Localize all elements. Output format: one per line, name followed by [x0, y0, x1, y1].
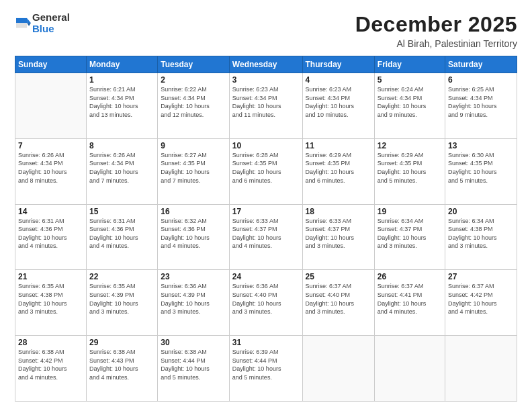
calendar-cell: 30Sunrise: 6:38 AM Sunset: 4:44 PM Dayli…: [158, 336, 230, 402]
title-block: December 2025 Al Birah, Palestinian Terr…: [355, 12, 517, 49]
calendar-cell: 1Sunrise: 6:21 AM Sunset: 4:34 PM Daylig…: [87, 73, 158, 139]
day-info: Sunrise: 6:33 AM Sunset: 4:37 PM Dayligh…: [306, 217, 371, 250]
day-info: Sunrise: 6:28 AM Sunset: 4:35 PM Dayligh…: [232, 151, 300, 185]
day-info: Sunrise: 6:21 AM Sunset: 4:34 PM Dayligh…: [89, 85, 154, 119]
calendar-page: General Blue December 2025 Al Birah, Pal…: [0, 0, 532, 411]
calendar-cell: 13Sunrise: 6:30 AM Sunset: 4:35 PM Dayli…: [445, 138, 517, 204]
day-info: Sunrise: 6:26 AM Sunset: 4:34 PM Dayligh…: [18, 151, 83, 185]
day-number: 19: [378, 207, 442, 216]
calendar-cell: 8Sunrise: 6:26 AM Sunset: 4:34 PM Daylig…: [87, 138, 158, 204]
calendar-cell: 24Sunrise: 6:36 AM Sunset: 4:40 PM Dayli…: [229, 270, 302, 336]
day-number: 31: [232, 338, 300, 347]
calendar-cell: 28Sunrise: 6:38 AM Sunset: 4:42 PM Dayli…: [15, 336, 87, 402]
svg-marker-1: [27, 23, 31, 26]
day-info: Sunrise: 6:23 AM Sunset: 4:34 PM Dayligh…: [232, 85, 300, 119]
calendar-cell: 31Sunrise: 6:39 AM Sunset: 4:44 PM Dayli…: [229, 336, 302, 402]
calendar-cell: 9Sunrise: 6:27 AM Sunset: 4:35 PM Daylig…: [158, 138, 230, 204]
day-number: 8: [89, 141, 154, 150]
day-info: Sunrise: 6:37 AM Sunset: 4:42 PM Dayligh…: [448, 282, 514, 316]
day-number: 22: [89, 272, 154, 281]
day-info: Sunrise: 6:26 AM Sunset: 4:34 PM Dayligh…: [89, 151, 154, 185]
day-info: Sunrise: 6:29 AM Sunset: 4:35 PM Dayligh…: [306, 151, 371, 185]
header-saturday: Saturday: [445, 56, 517, 73]
calendar-cell: 11Sunrise: 6:29 AM Sunset: 4:35 PM Dayli…: [302, 138, 374, 204]
calendar-cell: 10Sunrise: 6:28 AM Sunset: 4:35 PM Dayli…: [229, 138, 302, 204]
day-info: Sunrise: 6:38 AM Sunset: 4:44 PM Dayligh…: [161, 348, 226, 381]
day-info: Sunrise: 6:22 AM Sunset: 4:34 PM Dayligh…: [161, 85, 226, 119]
day-number: 20: [448, 207, 514, 216]
day-number: 16: [161, 207, 226, 216]
calendar-cell: 19Sunrise: 6:34 AM Sunset: 4:37 PM Dayli…: [374, 204, 445, 270]
day-info: Sunrise: 6:39 AM Sunset: 4:44 PM Dayligh…: [232, 348, 300, 381]
day-number: 2: [161, 75, 226, 85]
calendar-header-row: Sunday Monday Tuesday Wednesday Thursday…: [15, 56, 517, 73]
day-info: Sunrise: 6:34 AM Sunset: 4:37 PM Dayligh…: [378, 217, 442, 250]
week-row-1: 1Sunrise: 6:21 AM Sunset: 4:34 PM Daylig…: [15, 73, 517, 139]
header-wednesday: Wednesday: [229, 56, 302, 73]
calendar-cell: 15Sunrise: 6:31 AM Sunset: 4:36 PM Dayli…: [87, 204, 158, 270]
calendar-cell: 6Sunrise: 6:25 AM Sunset: 4:34 PM Daylig…: [445, 73, 517, 139]
day-info: Sunrise: 6:31 AM Sunset: 4:36 PM Dayligh…: [89, 217, 154, 250]
week-row-4: 21Sunrise: 6:35 AM Sunset: 4:38 PM Dayli…: [15, 270, 517, 336]
day-info: Sunrise: 6:34 AM Sunset: 4:38 PM Dayligh…: [448, 217, 514, 250]
page-header: General Blue December 2025 Al Birah, Pal…: [15, 12, 517, 49]
day-number: 12: [378, 141, 442, 150]
calendar-cell: 16Sunrise: 6:32 AM Sunset: 4:36 PM Dayli…: [158, 204, 230, 270]
day-info: Sunrise: 6:37 AM Sunset: 4:41 PM Dayligh…: [378, 282, 442, 316]
day-number: 3: [232, 75, 300, 85]
day-info: Sunrise: 6:37 AM Sunset: 4:40 PM Dayligh…: [306, 282, 371, 316]
calendar-cell: 29Sunrise: 6:38 AM Sunset: 4:43 PM Dayli…: [87, 336, 158, 402]
day-number: 6: [448, 75, 514, 85]
day-number: 28: [18, 338, 83, 347]
logo-general-text: General: [32, 11, 70, 23]
header-tuesday: Tuesday: [158, 56, 230, 73]
day-number: 13: [448, 141, 514, 150]
day-info: Sunrise: 6:23 AM Sunset: 4:34 PM Dayligh…: [306, 85, 371, 119]
header-friday: Friday: [374, 56, 445, 73]
day-info: Sunrise: 6:27 AM Sunset: 4:35 PM Dayligh…: [161, 151, 226, 185]
calendar-cell: 14Sunrise: 6:31 AM Sunset: 4:36 PM Dayli…: [15, 204, 87, 270]
calendar-cell: 5Sunrise: 6:24 AM Sunset: 4:34 PM Daylig…: [374, 73, 445, 139]
calendar-cell: [302, 336, 374, 402]
logo-icon: [16, 16, 31, 31]
calendar-cell: 18Sunrise: 6:33 AM Sunset: 4:37 PM Dayli…: [302, 204, 374, 270]
calendar-cell: 17Sunrise: 6:33 AM Sunset: 4:37 PM Dayli…: [229, 204, 302, 270]
svg-rect-3: [16, 23, 27, 28]
calendar-cell: [15, 73, 87, 139]
day-info: Sunrise: 6:25 AM Sunset: 4:34 PM Dayligh…: [448, 85, 514, 119]
calendar-cell: 7Sunrise: 6:26 AM Sunset: 4:34 PM Daylig…: [15, 138, 87, 204]
day-number: 11: [306, 141, 371, 150]
header-thursday: Thursday: [302, 56, 374, 73]
calendar-cell: 23Sunrise: 6:36 AM Sunset: 4:39 PM Dayli…: [158, 270, 230, 336]
calendar-cell: 3Sunrise: 6:23 AM Sunset: 4:34 PM Daylig…: [229, 73, 302, 139]
day-number: 17: [232, 207, 300, 216]
week-row-2: 7Sunrise: 6:26 AM Sunset: 4:34 PM Daylig…: [15, 138, 517, 204]
svg-marker-0: [27, 17, 31, 22]
logo: General Blue: [15, 12, 70, 34]
svg-rect-2: [16, 17, 27, 22]
day-number: 29: [89, 338, 154, 347]
day-info: Sunrise: 6:35 AM Sunset: 4:38 PM Dayligh…: [18, 282, 83, 316]
day-number: 25: [306, 272, 371, 281]
day-number: 14: [18, 207, 83, 216]
logo-blue-text: Blue: [32, 23, 54, 34]
day-info: Sunrise: 6:36 AM Sunset: 4:39 PM Dayligh…: [161, 282, 226, 316]
day-number: 9: [161, 141, 226, 150]
calendar-cell: [445, 336, 517, 402]
logo-text: General Blue: [32, 12, 70, 34]
day-info: Sunrise: 6:24 AM Sunset: 4:34 PM Dayligh…: [378, 85, 442, 119]
day-info: Sunrise: 6:29 AM Sunset: 4:35 PM Dayligh…: [378, 151, 442, 185]
calendar-location: Al Birah, Palestinian Territory: [355, 38, 517, 49]
calendar-table: Sunday Monday Tuesday Wednesday Thursday…: [15, 56, 517, 402]
day-number: 10: [232, 141, 300, 150]
day-number: 5: [378, 75, 442, 85]
calendar-cell: 12Sunrise: 6:29 AM Sunset: 4:35 PM Dayli…: [374, 138, 445, 204]
calendar-cell: 2Sunrise: 6:22 AM Sunset: 4:34 PM Daylig…: [158, 73, 230, 139]
day-info: Sunrise: 6:33 AM Sunset: 4:37 PM Dayligh…: [232, 217, 300, 250]
calendar-cell: 20Sunrise: 6:34 AM Sunset: 4:38 PM Dayli…: [445, 204, 517, 270]
day-info: Sunrise: 6:31 AM Sunset: 4:36 PM Dayligh…: [18, 217, 83, 250]
calendar-cell: 27Sunrise: 6:37 AM Sunset: 4:42 PM Dayli…: [445, 270, 517, 336]
header-sunday: Sunday: [15, 56, 87, 73]
day-number: 26: [378, 272, 442, 281]
calendar-cell: 26Sunrise: 6:37 AM Sunset: 4:41 PM Dayli…: [374, 270, 445, 336]
